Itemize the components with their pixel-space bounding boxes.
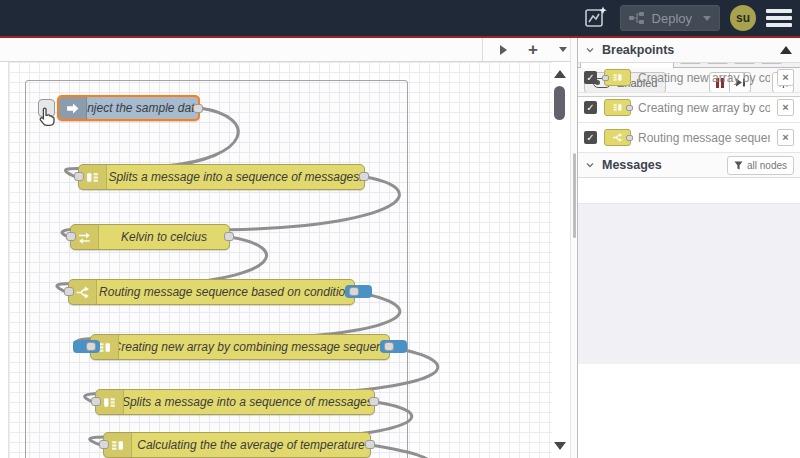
messages-empty-area [578,204,800,364]
mouse-cursor-icon [37,106,56,128]
sidebar-splitter[interactable] [570,38,577,458]
breakpoint-row[interactable]: ✓Routing message sequence based on condi… [578,123,800,153]
mini-port [602,75,609,81]
breakpoints-title: Breakpoints [602,43,674,57]
input-port[interactable] [64,287,74,296]
breakpoint-row[interactable]: ✓Creating new array by combining message… [578,63,800,93]
node-red-app: Deploy su + Inject the sample dataS [0,0,800,458]
output-port[interactable] [224,232,234,241]
messages-filter-button[interactable]: all nodes [727,156,794,175]
output-port[interactable] [365,440,375,449]
filter-label: all nodes [747,160,787,171]
output-port[interactable] [384,342,394,351]
scroll-down-icon[interactable] [554,442,566,450]
breakpoint-checkbox[interactable]: ✓ [584,101,597,114]
header: Deploy su [0,0,800,38]
deploy-button[interactable]: Deploy [620,5,720,31]
node-label: Splits a message into a sequence of mess… [124,390,374,414]
flow-node-change[interactable]: Kelvin to celcius [70,224,230,250]
scrollbar-thumb[interactable] [554,86,565,120]
input-port[interactable] [74,172,84,181]
node-label: Creating new array by combining message … [119,335,389,359]
flow-node-split[interactable]: Splits a message into a sequence of mess… [78,164,365,190]
breakpoint-checkbox[interactable]: ✓ [584,131,597,144]
output-port[interactable] [369,397,379,406]
output-port[interactable] [193,104,203,113]
breakpoint-row[interactable]: ✓Creating new array by combining message… [578,93,800,123]
flow-node-switch[interactable]: Routing message sequence based on condit… [68,279,355,305]
header-actions: Deploy su [582,0,792,36]
flow-canvas[interactable]: Inject the sample dataSplits a message i… [0,62,577,458]
switch-node-mini-icon [604,129,631,146]
breakpoint-label: Routing message sequence based on condit… [638,131,770,145]
flow-node-split[interactable]: Splits a message into a sequence of mess… [95,389,375,415]
collapse-chevron-icon [586,46,594,54]
breakpoints-list: ✓Creating new array by combining message… [578,63,800,153]
funnel-icon [734,161,743,170]
deploy-label: Deploy [652,11,692,26]
inject-node-icon [59,97,87,119]
assistant-icon[interactable] [582,4,610,32]
canvas-scrollbar[interactable] [552,62,566,458]
deploy-icon [629,11,645,25]
messages-empty-row [578,178,800,204]
node-label: Inject the sample data [87,97,198,119]
flow-tabbar: + [0,38,577,62]
join-node-mini-icon [604,99,631,116]
node-label: Splits a message into a sequence of mess… [107,165,364,189]
input-port[interactable] [91,397,101,406]
remove-breakpoint-icon[interactable]: × [777,99,794,116]
node-label: Kelvin to celcius [99,225,229,249]
splitter-thumb[interactable] [573,153,576,238]
input-port[interactable] [99,440,109,449]
breakpoints-section-header[interactable]: Breakpoints [578,38,800,63]
user-avatar[interactable]: su [730,5,756,31]
input-port[interactable] [86,342,96,351]
flow-node-join[interactable]: Creating new array by combining message … [90,334,390,360]
collapse-chevron-icon [586,161,594,169]
sidebar: debugger i Enabled [577,38,800,458]
join-node-mini-icon [604,69,631,86]
deploy-caret-icon[interactable] [703,16,711,21]
flow-node-inject[interactable]: Inject the sample data [57,95,200,121]
breakpoint-label: Creating new array by combining message … [638,101,770,115]
mini-port [626,105,633,111]
workspace: + Inject the sample dataSplits a message… [0,38,577,458]
output-port[interactable] [349,287,359,296]
remove-breakpoint-icon[interactable]: × [777,129,794,146]
breakpoint-label: Creating new array by combining message … [638,71,770,85]
add-flow-icon[interactable]: + [525,42,541,58]
output-port[interactable] [359,172,369,181]
scroll-tabs-icon[interactable] [495,42,511,58]
mini-port [626,135,633,141]
breakpoint-checkbox[interactable]: ✓ [584,71,597,84]
node-label: Calculating the the average of temperatu… [132,433,370,457]
flow-tab-actions: + [482,38,571,61]
scroll-up-icon[interactable] [554,70,566,78]
main-menu-icon[interactable] [766,8,792,28]
messages-section-header[interactable]: Messages all nodes [578,153,800,178]
remove-breakpoint-icon[interactable]: × [777,69,794,86]
flow-list-icon[interactable] [555,42,571,58]
scroll-to-top-icon[interactable] [780,46,792,54]
flow-node-join[interactable]: Calculating the the average of temperatu… [103,432,371,458]
node-label: Routing message sequence based on condit… [97,280,354,304]
input-port[interactable] [66,232,76,241]
messages-title: Messages [602,158,662,172]
